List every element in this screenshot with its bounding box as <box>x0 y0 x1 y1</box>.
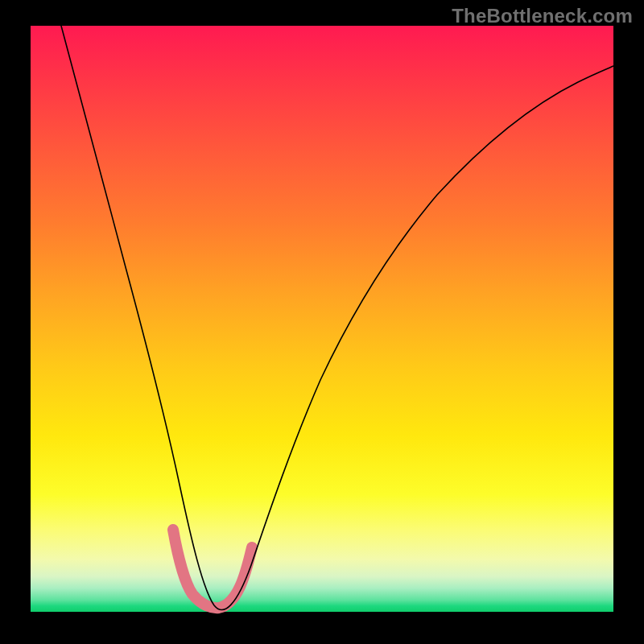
watermark-text: TheBottleneck.com <box>452 5 633 27</box>
plot-area <box>31 26 613 612</box>
sweet-spot-highlight <box>173 530 252 608</box>
curve-svg <box>31 26 613 612</box>
bottleneck-curve <box>61 26 613 610</box>
chart-frame: TheBottleneck.com <box>0 0 644 644</box>
